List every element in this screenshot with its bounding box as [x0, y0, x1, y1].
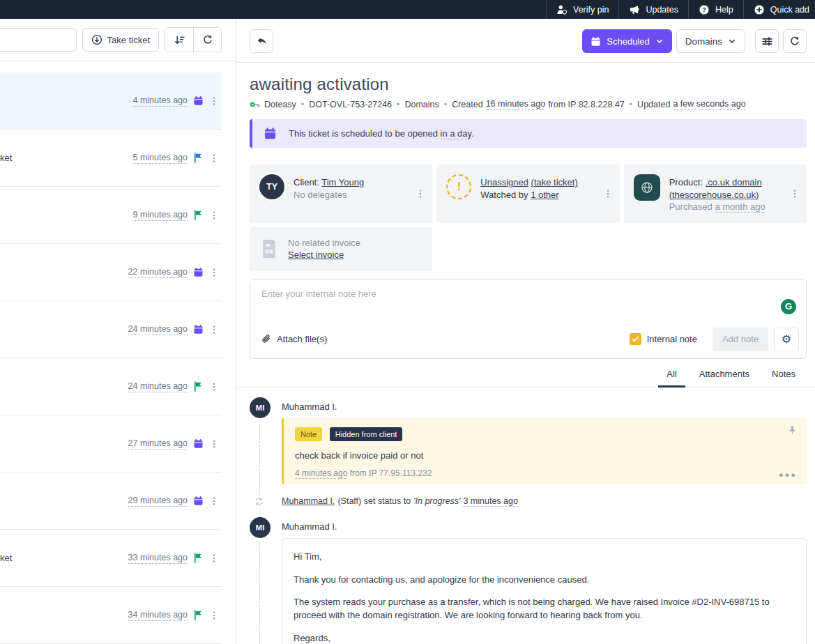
client-avatar[interactable]: TY — [259, 174, 284, 199]
select-invoice-link[interactable]: Select invoice — [288, 250, 344, 260]
internal-note-checkbox[interactable] — [630, 333, 641, 345]
department-dropdown-domains[interactable]: Domains — [676, 29, 745, 53]
verify-pin-button[interactable]: Verify pin — [546, 0, 618, 19]
calendar-icon — [193, 438, 204, 449]
ticket-row-menu-icon[interactable] — [209, 153, 219, 163]
ticket-search-input[interactable] — [0, 28, 77, 52]
take-ticket-button[interactable]: Take ticket — [82, 28, 159, 52]
note-settings-button[interactable]: ⚙ — [774, 328, 799, 351]
ticket-list-row[interactable]: 9 minutes ago — [0, 187, 222, 244]
updated-time[interactable]: a few seconds ago — [673, 99, 745, 110]
ticket-row-menu-icon[interactable] — [209, 439, 219, 449]
ticket-list-row[interactable]: 24 minutes ago — [0, 358, 222, 415]
quick-add-button[interactable]: Quick add — [743, 0, 815, 19]
note-time[interactable]: 4 minutes ago — [295, 468, 347, 479]
invoice-icon — [259, 238, 279, 260]
take-ticket-link[interactable]: (take ticket) — [531, 177, 578, 187]
note-input[interactable] — [250, 279, 806, 319]
ticket-row-menu-icon[interactable] — [209, 268, 219, 277]
attach-files-button[interactable]: Attach file(s) — [261, 334, 327, 344]
created-time[interactable]: 16 minutes ago — [486, 99, 545, 110]
ticket-list: 4 minutes ago ket 5 minutes ago 9 minute… — [0, 72, 236, 644]
flag-icon — [193, 610, 204, 620]
status-value: 'In progress' — [413, 496, 460, 506]
purchased-time[interactable]: a month ago — [715, 201, 765, 213]
status-event-text: (Staff) set status to — [337, 496, 411, 506]
back-button[interactable] — [250, 29, 273, 53]
client-card: TY Client: Tim Young No delegates — [250, 164, 432, 223]
status-time[interactable]: 3 minutes ago — [463, 496, 518, 507]
gear-icon: ⚙ — [782, 334, 791, 345]
ticket-list-row[interactable]: 24 minutes ago — [0, 301, 222, 358]
status-author-link[interactable]: Muhammad I. — [282, 496, 335, 506]
tab-all[interactable]: All — [655, 369, 687, 387]
updates-button[interactable]: Updates — [618, 0, 688, 19]
ticket-list-row[interactable]: 27 minutes ago — [0, 415, 222, 473]
ticket-row-menu-icon[interactable] — [209, 325, 219, 335]
updated-label: Updated — [637, 100, 670, 109]
ticket-list-row[interactable]: 4 minutes ago — [0, 72, 222, 130]
ticket-row-menu-icon[interactable] — [209, 210, 219, 220]
ticket-title: awaiting activation — [236, 75, 815, 94]
plus-circle-icon — [754, 4, 765, 15]
ticket-row-time[interactable]: 33 minutes ago — [128, 553, 188, 564]
sort-descending-icon — [174, 34, 185, 46]
banner-schedule-link[interactable]: in a day — [441, 128, 472, 139]
unassigned-link[interactable]: Unassigned — [480, 177, 528, 187]
ticket-list-row[interactable]: ket 5 minutes ago — [0, 130, 222, 187]
note-badge: Note — [295, 427, 322, 441]
message-paragraphs: Hi Tim,Thank you for contacting us, and … — [294, 551, 795, 644]
author-name[interactable]: Muhammad I. — [282, 521, 807, 532]
globe-icon — [634, 174, 660, 201]
ticket-list-row[interactable]: ket 33 minutes ago — [0, 530, 222, 587]
ticket-row-time[interactable]: 22 minutes ago — [128, 267, 188, 278]
note-message: MI Muhammad I. Note Hidden from client c… — [250, 397, 807, 484]
person-check-icon — [556, 4, 568, 15]
refresh-list-button[interactable] — [193, 28, 221, 52]
note-menu-icon[interactable]: ●●● — [779, 471, 797, 479]
ticket-row-time[interactable]: 24 minutes ago — [128, 324, 188, 335]
add-note-button[interactable]: Add note — [713, 328, 768, 351]
ticket-row-time[interactable]: 5 minutes ago — [132, 153, 188, 164]
ticket-row-time[interactable]: 27 minutes ago — [128, 438, 188, 450]
ticket-list-row[interactable]: 34 minutes ago — [0, 587, 222, 644]
client-card-menu-icon[interactable] — [416, 189, 425, 199]
ticket-row-menu-icon[interactable] — [209, 611, 219, 620]
tab-notes[interactable]: Notes — [761, 369, 807, 387]
sort-button[interactable] — [165, 28, 193, 52]
agent-avatar[interactable]: MI — [250, 517, 271, 538]
grammarly-icon[interactable]: G — [781, 299, 796, 314]
assignment-card-menu-icon[interactable] — [603, 189, 613, 199]
watchers-link[interactable]: 1 other — [531, 190, 558, 200]
tab-attachments[interactable]: Attachments — [688, 369, 761, 387]
message-paragraph: The system reads your purchase as a tran… — [294, 596, 795, 622]
refresh-ticket-button[interactable] — [783, 29, 807, 53]
purchased-label: Purchased — [669, 201, 713, 212]
ticket-list-row[interactable]: 29 minutes ago — [0, 473, 222, 530]
ticket-row-menu-icon[interactable] — [209, 496, 219, 506]
ticket-row-time[interactable]: 4 minutes ago — [132, 95, 188, 107]
help-button[interactable]: ? Help — [688, 0, 743, 19]
ticket-row-menu-icon[interactable] — [209, 96, 219, 106]
ticket-row-time[interactable]: 29 minutes ago — [128, 496, 188, 507]
product-card-menu-icon[interactable] — [790, 189, 800, 199]
ticket-row-menu-icon[interactable] — [209, 553, 219, 563]
unassigned-alert-icon: ! — [446, 174, 471, 199]
message-paragraph: Hi Tim, — [294, 551, 795, 564]
ticket-row-time[interactable]: 24 minutes ago — [128, 381, 188, 392]
ticket-row-menu-icon[interactable] — [209, 382, 219, 392]
author-name[interactable]: Muhammad I. — [282, 401, 807, 412]
ticket-row-time[interactable]: 34 minutes ago — [128, 610, 188, 621]
take-ticket-icon — [91, 34, 102, 45]
view-options-button[interactable] — [755, 29, 779, 53]
ticket-row-time[interactable]: 9 minutes ago — [132, 210, 188, 221]
created-label: Created — [452, 100, 482, 109]
client-name-link[interactable]: Tim Young — [321, 177, 364, 187]
agent-avatar[interactable]: MI — [250, 397, 271, 418]
sliders-icon — [761, 36, 773, 47]
status-change-event: Muhammad I. (Staff) set status to 'In pr… — [250, 495, 807, 508]
status-dropdown-scheduled[interactable]: Scheduled — [582, 29, 671, 53]
pin-icon[interactable] — [788, 425, 797, 436]
help-label: Help — [715, 5, 733, 15]
ticket-list-row[interactable]: 22 minutes ago — [0, 244, 222, 301]
